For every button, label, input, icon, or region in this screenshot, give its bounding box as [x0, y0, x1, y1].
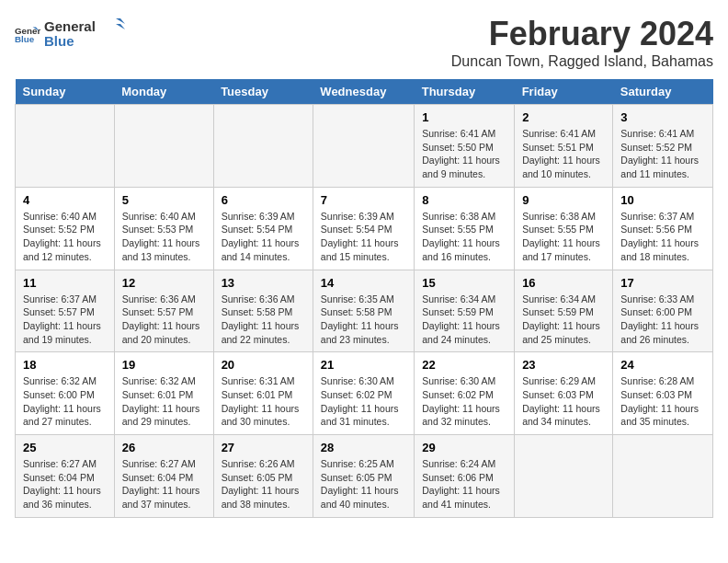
day-number: 5: [122, 193, 206, 207]
day-info: Sunrise: 6:37 AM Sunset: 5:56 PM Dayligh…: [620, 210, 705, 264]
day-info: Sunrise: 6:25 AM Sunset: 6:05 PM Dayligh…: [321, 457, 406, 511]
day-number: 17: [620, 276, 705, 290]
calendar-cell: 7Sunrise: 6:39 AM Sunset: 5:54 PM Daylig…: [313, 187, 414, 270]
day-info: Sunrise: 6:27 AM Sunset: 6:04 PM Dayligh…: [23, 457, 107, 511]
day-info: Sunrise: 6:35 AM Sunset: 5:58 PM Dayligh…: [321, 293, 406, 347]
day-number: 20: [222, 358, 305, 372]
svg-marker-6: [116, 24, 125, 29]
calendar-cell: 23Sunrise: 6:29 AM Sunset: 6:03 PM Dayli…: [515, 352, 613, 435]
day-info: Sunrise: 6:33 AM Sunset: 6:00 PM Dayligh…: [620, 293, 705, 347]
week-row-4: 18Sunrise: 6:32 AM Sunset: 6:00 PM Dayli…: [16, 352, 713, 435]
day-info: Sunrise: 6:32 AM Sunset: 6:01 PM Dayligh…: [122, 374, 206, 429]
day-header-sunday: Sunday: [16, 79, 115, 105]
day-number: 13: [222, 276, 305, 290]
svg-marker-5: [116, 18, 125, 24]
day-info: Sunrise: 6:41 AM Sunset: 5:51 PM Dayligh…: [522, 127, 605, 181]
calendar-cell: 28Sunrise: 6:25 AM Sunset: 6:05 PM Dayli…: [313, 435, 414, 518]
day-info: Sunrise: 6:41 AM Sunset: 5:52 PM Dayligh…: [620, 127, 705, 181]
calendar-cell: 20Sunrise: 6:31 AM Sunset: 6:01 PM Dayli…: [213, 352, 313, 435]
calendar-cell: 12Sunrise: 6:36 AM Sunset: 5:57 PM Dayli…: [114, 270, 213, 352]
day-header-saturday: Saturday: [613, 79, 713, 105]
day-info: Sunrise: 6:32 AM Sunset: 6:00 PM Dayligh…: [23, 374, 107, 429]
day-header-monday: Monday: [114, 79, 213, 105]
day-number: 3: [620, 110, 705, 124]
day-number: 1: [422, 110, 506, 124]
calendar-cell: 29Sunrise: 6:24 AM Sunset: 6:06 PM Dayli…: [415, 435, 515, 518]
day-info: Sunrise: 6:39 AM Sunset: 5:54 PM Dayligh…: [222, 210, 305, 264]
day-info: Sunrise: 6:36 AM Sunset: 5:57 PM Dayligh…: [122, 293, 206, 347]
day-number: 26: [122, 441, 206, 454]
day-info: Sunrise: 6:26 AM Sunset: 6:05 PM Dayligh…: [222, 457, 305, 511]
calendar-cell: 16Sunrise: 6:34 AM Sunset: 5:59 PM Dayli…: [515, 270, 613, 352]
calendar-cell: 18Sunrise: 6:32 AM Sunset: 6:00 PM Dayli…: [16, 352, 115, 435]
calendar-cell: 2Sunrise: 6:41 AM Sunset: 5:51 PM Daylig…: [515, 105, 613, 188]
day-info: Sunrise: 6:24 AM Sunset: 6:06 PM Dayligh…: [422, 457, 506, 511]
day-number: 15: [422, 276, 506, 290]
day-number: 8: [422, 193, 506, 207]
calendar-cell: [213, 105, 313, 188]
logo: General Blue General Blue: [15, 15, 127, 55]
svg-text:General: General: [44, 18, 96, 34]
day-number: 7: [321, 193, 406, 207]
day-info: Sunrise: 6:34 AM Sunset: 5:59 PM Dayligh…: [522, 293, 605, 347]
calendar-cell: 10Sunrise: 6:37 AM Sunset: 5:56 PM Dayli…: [613, 187, 713, 270]
header: General Blue General Blue February 2024 …: [15, 15, 713, 70]
day-number: 27: [222, 441, 305, 454]
day-info: Sunrise: 6:30 AM Sunset: 6:02 PM Dayligh…: [321, 374, 406, 429]
calendar-cell: 19Sunrise: 6:32 AM Sunset: 6:01 PM Dayli…: [114, 352, 213, 435]
logo-icon: General Blue: [15, 22, 40, 48]
calendar-cell: 17Sunrise: 6:33 AM Sunset: 6:00 PM Dayli…: [613, 270, 713, 352]
calendar-cell: 6Sunrise: 6:39 AM Sunset: 5:54 PM Daylig…: [213, 187, 313, 270]
calendar-cell: 4Sunrise: 6:40 AM Sunset: 5:52 PM Daylig…: [16, 187, 115, 270]
calendar-cell: 5Sunrise: 6:40 AM Sunset: 5:53 PM Daylig…: [114, 187, 213, 270]
calendar-cell: 11Sunrise: 6:37 AM Sunset: 5:57 PM Dayli…: [16, 270, 115, 352]
svg-text:Blue: Blue: [44, 33, 74, 49]
calendar-cell: 14Sunrise: 6:35 AM Sunset: 5:58 PM Dayli…: [313, 270, 414, 352]
header-row: SundayMondayTuesdayWednesdayThursdayFrid…: [16, 79, 713, 105]
week-row-1: 1Sunrise: 6:41 AM Sunset: 5:50 PM Daylig…: [16, 105, 713, 188]
day-number: 22: [422, 358, 506, 372]
day-number: 10: [620, 193, 705, 207]
day-info: Sunrise: 6:34 AM Sunset: 5:59 PM Dayligh…: [422, 293, 506, 347]
calendar-cell: [16, 105, 115, 188]
day-header-wednesday: Wednesday: [313, 79, 414, 105]
day-header-friday: Friday: [515, 79, 613, 105]
day-info: Sunrise: 6:27 AM Sunset: 6:04 PM Dayligh…: [122, 457, 206, 511]
day-number: 25: [23, 441, 107, 454]
day-number: 24: [620, 358, 705, 372]
day-number: 23: [522, 358, 605, 372]
day-number: 19: [122, 358, 206, 372]
day-number: 4: [23, 193, 107, 207]
calendar-cell: [515, 435, 613, 518]
day-number: 18: [23, 358, 107, 372]
calendar-cell: 13Sunrise: 6:36 AM Sunset: 5:58 PM Dayli…: [213, 270, 313, 352]
day-info: Sunrise: 6:38 AM Sunset: 5:55 PM Dayligh…: [522, 210, 605, 264]
title-section: February 2024 Duncan Town, Ragged Island…: [451, 15, 713, 70]
calendar-cell: 27Sunrise: 6:26 AM Sunset: 6:05 PM Dayli…: [213, 435, 313, 518]
day-number: 28: [321, 441, 406, 454]
day-number: 11: [23, 276, 107, 290]
week-row-2: 4Sunrise: 6:40 AM Sunset: 5:52 PM Daylig…: [16, 187, 713, 270]
calendar-cell: 9Sunrise: 6:38 AM Sunset: 5:55 PM Daylig…: [515, 187, 613, 270]
day-info: Sunrise: 6:37 AM Sunset: 5:57 PM Dayligh…: [23, 293, 107, 347]
sub-title: Duncan Town, Ragged Island, Bahamas: [451, 53, 713, 70]
logo-svg: General Blue: [44, 15, 127, 52]
week-row-3: 11Sunrise: 6:37 AM Sunset: 5:57 PM Dayli…: [16, 270, 713, 352]
day-number: 14: [321, 276, 406, 290]
day-info: Sunrise: 6:30 AM Sunset: 6:02 PM Dayligh…: [422, 374, 506, 429]
day-info: Sunrise: 6:28 AM Sunset: 6:03 PM Dayligh…: [620, 374, 705, 429]
day-number: 16: [522, 276, 605, 290]
calendar-cell: 8Sunrise: 6:38 AM Sunset: 5:55 PM Daylig…: [415, 187, 515, 270]
day-number: 9: [522, 193, 605, 207]
calendar-cell: [613, 435, 713, 518]
day-info: Sunrise: 6:29 AM Sunset: 6:03 PM Dayligh…: [522, 374, 605, 429]
week-row-5: 25Sunrise: 6:27 AM Sunset: 6:04 PM Dayli…: [16, 435, 713, 518]
svg-text:Blue: Blue: [15, 34, 35, 44]
calendar-cell: 15Sunrise: 6:34 AM Sunset: 5:59 PM Dayli…: [415, 270, 515, 352]
calendar-cell: 24Sunrise: 6:28 AM Sunset: 6:03 PM Dayli…: [613, 352, 713, 435]
day-info: Sunrise: 6:31 AM Sunset: 6:01 PM Dayligh…: [222, 374, 305, 429]
calendar-cell: 25Sunrise: 6:27 AM Sunset: 6:04 PM Dayli…: [16, 435, 115, 518]
day-header-thursday: Thursday: [415, 79, 515, 105]
day-number: 29: [422, 441, 506, 454]
day-info: Sunrise: 6:40 AM Sunset: 5:53 PM Dayligh…: [122, 210, 206, 264]
